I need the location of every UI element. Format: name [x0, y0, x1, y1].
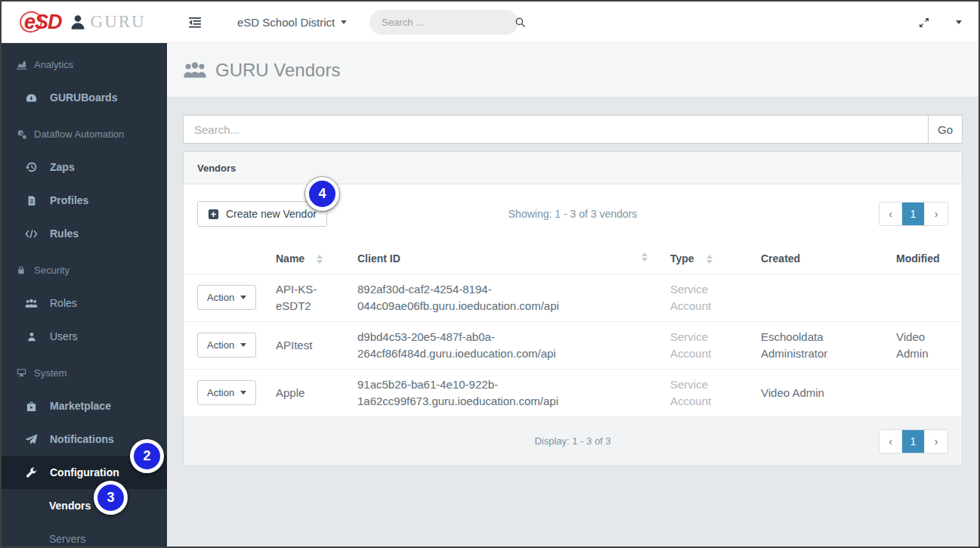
sort-icon[interactable] [317, 255, 323, 264]
vendor-modified [896, 274, 962, 321]
caret-down-icon [240, 391, 246, 395]
action-dropdown-button[interactable]: Action [197, 380, 256, 405]
sidebar-item-rules[interactable]: Rules [2, 217, 167, 250]
page-title: GURU Vendors [183, 60, 340, 81]
lock-icon [15, 265, 27, 275]
vendor-created: Eschooldata Administrator [761, 321, 896, 369]
caret-down-icon [240, 343, 246, 347]
sidebar-section-system: System [2, 356, 167, 389]
app-window: eSD GURU eSD School District [0, 0, 980, 548]
wrench-icon [25, 467, 38, 478]
action-dropdown-button[interactable]: Action [197, 333, 256, 358]
vendor-search-group: Go [183, 115, 963, 144]
guru-logo-text: GURU [91, 12, 146, 32]
vendor-client-id: 892af30d-caf2-4254-8194-044c09ae06fb.gur… [357, 274, 670, 321]
pagination-page-1[interactable]: 1 [902, 430, 925, 453]
pagination-page-1[interactable]: 1 [902, 203, 925, 225]
panel-footer: Display: 1 - 3 of 3 ‹ 1 › [184, 417, 962, 466]
sidebar-section-security: Security [2, 253, 167, 286]
sidebar-item-marketplace[interactable]: Marketplace [2, 389, 167, 423]
vendor-modified: Video Admin [896, 321, 962, 369]
global-search [369, 10, 518, 35]
file-text-icon [25, 195, 38, 206]
sort-icon[interactable] [706, 255, 713, 264]
table-row: Action APItest d9bd4c53-20e5-487f-ab0a-2… [184, 321, 962, 369]
annotation-step-2: 2 [130, 439, 164, 473]
go-button[interactable]: Go [928, 116, 962, 143]
column-type[interactable]: Type [670, 243, 761, 274]
app-logo: eSD GURU [2, 11, 167, 34]
user-icon [25, 331, 38, 342]
paper-plane-icon [25, 434, 38, 445]
pagination-prev-button[interactable]: ‹ [880, 203, 902, 225]
vendors-panel: Vendors Showing: 1 - 3 of 3 vendors Crea… [183, 151, 963, 466]
content: Go Vendors Showing: 1 - 3 of 3 vendors C… [167, 98, 978, 466]
vendor-modified [896, 369, 962, 416]
vendor-created: Video Admin [761, 369, 896, 416]
sidebar-section-analytics: Analytics [2, 48, 167, 81]
chart-area-icon [15, 59, 27, 70]
vendors-users-icon [183, 60, 207, 80]
main-area: GURU Vendors Go Vendors Showing: 1 - 3 o… [167, 43, 978, 546]
sidebar-subitem-servers[interactable]: Servers [2, 522, 167, 548]
history-icon [25, 161, 38, 173]
fullscreen-icon[interactable] [918, 17, 930, 29]
annotation-step-3: 3 [94, 481, 128, 515]
action-dropdown-button[interactable]: Action [197, 285, 256, 310]
caret-down-icon [341, 20, 347, 24]
column-modified: Modified [896, 243, 962, 274]
vendors-table: Name Client ID Type Created Modified Act… [184, 243, 962, 417]
vendor-type: Service Account [670, 369, 761, 416]
vendor-created [761, 274, 896, 321]
table-header-row: Name Client ID Type Created Modified [184, 243, 962, 274]
user-menu-caret-icon[interactable] [956, 20, 962, 24]
create-new-vendor-button[interactable]: Create new Vendor [197, 201, 327, 227]
table-row: Action Apple 91ac5b26-ba61-4e10-922b-1a6… [184, 369, 962, 416]
pagination-top: ‹ 1 › [879, 202, 948, 226]
pagination-next-button[interactable]: › [925, 430, 948, 453]
column-client-id[interactable]: Client ID [357, 243, 670, 274]
annotation-step-4: 4 [305, 177, 339, 211]
top-navbar: eSD GURU eSD School District [2, 2, 978, 43]
pagination-next-button[interactable]: › [925, 203, 948, 225]
sidebar-subitem-vendors[interactable]: Vendors [2, 489, 167, 522]
sidebar-item-roles[interactable]: Roles [2, 286, 167, 320]
sidebar-section-dataflow-automation: Dataflow Automation [2, 117, 167, 150]
desktop-icon [15, 367, 27, 378]
vendor-name: Apple [276, 369, 357, 416]
vendor-type: Service Account [670, 321, 761, 369]
district-label: eSD School District [237, 16, 335, 29]
esd-logo-text: eSD [24, 11, 62, 34]
person-icon [70, 14, 86, 30]
plus-square-icon [208, 209, 219, 220]
sidebar-item-users[interactable]: Users [2, 320, 167, 353]
panel-toolbar: Showing: 1 - 3 of 3 vendors Create new V… [184, 184, 962, 243]
display-count: Display: 1 - 3 of 3 [534, 435, 611, 447]
vendor-client-id: 91ac5b26-ba61-4e10-922b-1a62cc99f673.gur… [357, 369, 670, 416]
pagination-prev-button[interactable]: ‹ [880, 430, 902, 453]
caret-down-icon [240, 296, 246, 299]
search-icon[interactable] [515, 17, 526, 28]
sidebar-item-guruboards[interactable]: GURUBoards [2, 81, 167, 114]
vendor-name: APItest [276, 321, 357, 369]
page-header: GURU Vendors [167, 43, 978, 98]
column-name[interactable]: Name [276, 243, 357, 274]
column-created: Created [761, 243, 896, 274]
sidebar-toggle-icon[interactable] [188, 15, 202, 29]
sidebar-item-zaps[interactable]: Zaps [2, 150, 167, 184]
vendor-client-id: d9bd4c53-20e5-487f-ab0a-264cf86f484d.gur… [357, 321, 670, 369]
table-row: Action API-KS-eSDT2 892af30d-caf2-4254-8… [184, 274, 962, 321]
code-icon [25, 229, 38, 239]
pagination-bottom: ‹ 1 › [879, 429, 948, 454]
global-search-input[interactable] [382, 17, 515, 28]
sidebar-item-profiles[interactable]: Profiles [2, 184, 167, 217]
column-action [184, 243, 276, 274]
district-selector[interactable]: eSD School District [237, 16, 347, 29]
sort-icon[interactable] [641, 252, 648, 262]
topbar-actions [918, 2, 978, 43]
vendor-type: Service Account [670, 274, 761, 321]
users-group-icon [25, 298, 38, 309]
vendor-search-input[interactable] [184, 116, 928, 143]
gears-icon [15, 128, 27, 140]
vendor-name: API-KS-eSDT2 [276, 274, 357, 321]
